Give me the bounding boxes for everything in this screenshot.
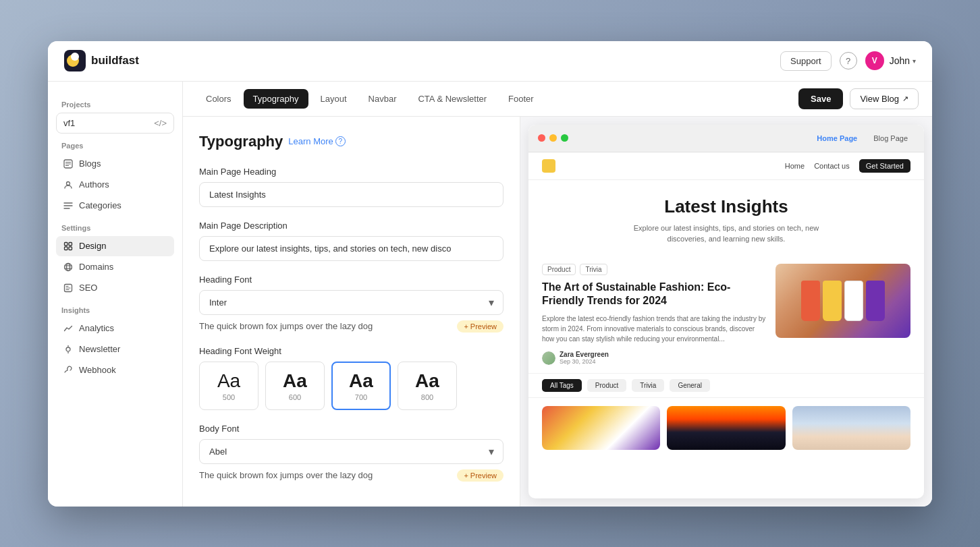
blog-grid xyxy=(528,398,924,458)
tab-colors[interactable]: Colors xyxy=(196,89,241,109)
tab-footer[interactable]: Footer xyxy=(499,89,543,109)
sidebar-item-seo[interactable]: SEO xyxy=(56,278,174,298)
preview-area: Home Page Blog Page Home Con xyxy=(520,117,932,507)
sidebar-item-domains[interactable]: Domains xyxy=(56,257,174,277)
blog-grid-img-3 xyxy=(792,406,910,450)
sidebar-item-authors[interactable]: Authors xyxy=(56,175,174,195)
categories-icon xyxy=(63,200,74,211)
sidebar-item-design[interactable]: Design xyxy=(56,236,174,256)
avatar: V xyxy=(865,51,884,70)
svg-point-14 xyxy=(66,347,70,351)
sidebar-item-label: Categories xyxy=(79,200,121,210)
blog-featured-article: Product Trivia The Art of Sustainable Fa… xyxy=(528,256,924,374)
blog-featured-text: Product Trivia The Art of Sustainable Fa… xyxy=(542,264,767,366)
panel-area: Typography Learn More ? Main Page Headin… xyxy=(183,117,932,507)
blog-preview-navbar: Home Contact us Get Started xyxy=(528,152,924,180)
settings-panel: Typography Learn More ? Main Page Headin… xyxy=(183,117,520,507)
font-weight-500[interactable]: Aa 500 xyxy=(199,362,258,410)
projects-label: Projects xyxy=(56,100,174,109)
blog-page-tab[interactable]: Blog Page xyxy=(867,132,915,145)
question-icon: ? xyxy=(335,136,346,146)
blog-grid-item-1[interactable] xyxy=(542,406,660,450)
chevron-down-icon: ▾ xyxy=(913,57,916,65)
filter-all-tags[interactable]: All Tags xyxy=(542,379,582,392)
tab-cta-newsletter[interactable]: CTA & Newsletter xyxy=(408,89,496,109)
svg-rect-8 xyxy=(69,247,72,250)
project-selector[interactable]: vf1 </> xyxy=(56,113,174,134)
seo-icon xyxy=(63,283,74,293)
garment-2 xyxy=(823,281,842,321)
tab-actions: Save View Blog ↗ xyxy=(798,88,919,109)
svg-rect-6 xyxy=(69,242,72,246)
blog-nav-contact[interactable]: Contact us xyxy=(814,162,850,170)
preview-badge[interactable]: + Preview xyxy=(457,320,503,333)
main-heading-field: Main Page Heading xyxy=(199,167,503,207)
blog-author-row: Zara Evergreen Sep 30, 2024 xyxy=(542,351,767,365)
blog-nav-links: Home Contact us Get Started xyxy=(785,159,910,173)
external-link-icon: ↗ xyxy=(902,94,908,103)
body-font-select[interactable]: Abel xyxy=(199,439,503,464)
heading-font-select[interactable]: Inter xyxy=(199,290,503,315)
filter-trivia[interactable]: Trivia xyxy=(632,379,664,392)
blog-nav-get-started[interactable]: Get Started xyxy=(859,159,910,173)
tab-navbar[interactable]: Navbar xyxy=(359,89,406,109)
blog-author-info: Zara Evergreen Sep 30, 2024 xyxy=(560,351,609,365)
garment-1 xyxy=(801,281,820,321)
blog-grid-item-3[interactable] xyxy=(792,406,910,450)
tab-bar: Colors Typography Layout Navbar CTA & Ne… xyxy=(183,82,932,117)
app-window: buildfast Support ? V John ▾ Projects vf… xyxy=(48,41,932,507)
font-weight-800[interactable]: Aa 800 xyxy=(398,362,457,410)
blog-hero-desc: Explore our latest insights, tips, and s… xyxy=(618,223,834,245)
body-font-label: Body Font xyxy=(199,424,503,434)
user-name-button[interactable]: John ▾ xyxy=(890,55,916,66)
code-icon: </> xyxy=(154,118,167,128)
sidebar-item-analytics[interactable]: Analytics xyxy=(56,318,174,339)
help-icon[interactable]: ? xyxy=(840,52,857,69)
webhook-icon xyxy=(63,365,74,376)
blog-tag-product[interactable]: Product xyxy=(542,264,576,275)
blog-nav-home[interactable]: Home xyxy=(785,162,805,170)
tab-typography[interactable]: Typography xyxy=(244,89,308,109)
main-layout: Projects vf1 </> Pages Blogs Authors xyxy=(48,82,932,507)
garment-4 xyxy=(866,281,885,321)
sidebar-item-label: Design xyxy=(79,241,106,251)
font-weight-600[interactable]: Aa 600 xyxy=(265,362,325,410)
authors-icon xyxy=(63,179,74,190)
domains-icon xyxy=(63,262,74,272)
blog-featured-image xyxy=(775,264,910,338)
body-preview-badge[interactable]: + Preview xyxy=(457,469,503,482)
sidebar-item-label: Authors xyxy=(79,179,109,190)
filter-bar: All Tags Product Trivia General xyxy=(528,373,924,398)
blog-grid-img-2 xyxy=(667,406,785,450)
maximize-dot[interactable] xyxy=(561,134,568,142)
filter-product[interactable]: Product xyxy=(587,379,626,392)
blog-featured-title: The Art of Sustainable Fashion: Eco-Frie… xyxy=(542,281,767,309)
sidebar-item-categories[interactable]: Categories xyxy=(56,196,174,216)
sidebar-item-webhook[interactable]: Webhook xyxy=(56,360,174,380)
app-name: buildfast xyxy=(91,54,139,67)
view-blog-button[interactable]: View Blog ↗ xyxy=(850,88,919,109)
app-logo-icon xyxy=(64,50,86,71)
minimize-dot[interactable] xyxy=(549,134,557,142)
panel-title: Typography Learn More ? xyxy=(199,133,503,150)
learn-more-link[interactable]: Learn More ? xyxy=(288,136,345,146)
blog-tag-trivia[interactable]: Trivia xyxy=(580,264,607,275)
font-weight-700[interactable]: Aa 700 xyxy=(331,362,391,410)
sidebar-item-label: Blogs xyxy=(79,159,101,169)
sidebar-item-blogs[interactable]: Blogs xyxy=(56,154,174,174)
main-desc-input[interactable] xyxy=(199,236,503,261)
sidebar-item-newsletter[interactable]: Newsletter xyxy=(56,339,174,359)
content-area: Colors Typography Layout Navbar CTA & Ne… xyxy=(183,82,932,507)
browser-page-tabs: Home Page Blog Page xyxy=(810,132,915,145)
close-dot[interactable] xyxy=(538,134,545,142)
tab-layout[interactable]: Layout xyxy=(311,89,356,109)
save-button[interactable]: Save xyxy=(798,88,843,109)
blog-tags: Product Trivia xyxy=(542,264,767,275)
heading-font-weight-field: Heading Font Weight Aa 500 Aa 600 xyxy=(199,346,503,410)
support-button[interactable]: Support xyxy=(780,51,832,71)
browser-content[interactable]: Home Contact us Get Started Latest Insig… xyxy=(528,152,924,498)
blog-grid-item-2[interactable] xyxy=(667,406,785,450)
main-heading-input[interactable] xyxy=(199,182,503,207)
home-page-tab[interactable]: Home Page xyxy=(810,132,864,145)
filter-general[interactable]: General xyxy=(670,379,710,392)
